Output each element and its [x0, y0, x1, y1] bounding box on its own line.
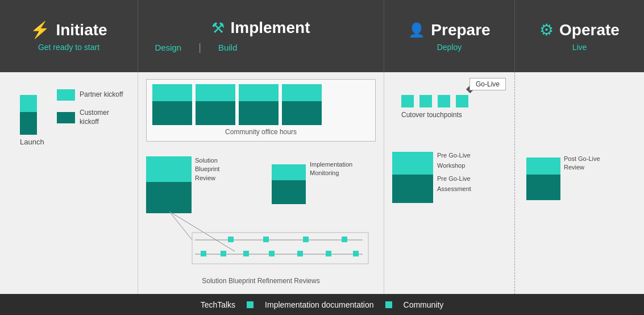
prepare-title: Prepare	[431, 21, 490, 39]
bottom-square-2	[385, 301, 392, 308]
bottom-bar-arrow	[633, 294, 644, 314]
cutover-sq-1	[401, 95, 414, 107]
svg-rect-11	[269, 251, 275, 256]
legend-partner-kickoff: Partner kickoff	[57, 89, 123, 101]
launch-label: Launch	[20, 138, 44, 146]
bottom-techtalks: TechTalks	[201, 300, 235, 309]
svg-rect-6	[342, 237, 347, 242]
initiate-title: Initiate	[56, 21, 107, 39]
svg-rect-8	[201, 251, 206, 256]
legend-partner-label: Partner kickoff	[80, 90, 123, 100]
initiate-icon: ⚡	[30, 20, 50, 39]
pre-golive-assessment-label: Pre Go-LiveAssessment	[437, 174, 471, 194]
pre-golive-labels: Pre Go-LiveWorkshop Pre Go-LiveAssessmen…	[437, 151, 471, 194]
impl-monitor-block	[272, 164, 306, 204]
launch-bar	[20, 95, 44, 135]
svg-rect-10	[243, 251, 249, 256]
svg-rect-5	[303, 237, 309, 242]
phase-initiate-header: ⚡ Initiate Get ready to start	[0, 0, 138, 72]
cutover-label: Cutover touchpoints	[401, 111, 468, 119]
legend-customer-kickoff: Customerkickoff	[57, 109, 123, 126]
svg-rect-9	[221, 251, 226, 256]
main-content: Launch Partner kickoff Customerkickoff	[0, 72, 644, 294]
implement-title: Implement	[230, 19, 310, 37]
svg-rect-14	[353, 251, 359, 256]
office-hours-label: Community office hours	[147, 125, 375, 136]
office-hour-2	[196, 84, 235, 125]
implement-subtab-design[interactable]: Design	[138, 43, 199, 52]
initiate-subtitle: Get ready to start	[38, 43, 99, 52]
bottom-bar-content: TechTalks Implementation documentation C…	[201, 300, 444, 309]
sbr-label: SolutionBlueprintReview	[195, 156, 240, 183]
office-hour-4	[282, 84, 322, 125]
launch-section: Launch	[20, 95, 44, 146]
svg-line-1	[169, 212, 235, 251]
phase-headers: ⚡ Initiate Get ready to start ⚒ Implemen…	[0, 0, 644, 72]
bottom-square-1	[247, 301, 254, 308]
implement-subtab-build[interactable]: Build	[201, 43, 254, 52]
cutover-sq-4	[456, 95, 468, 107]
implement-content: Community office hours SolutionBlueprint…	[138, 72, 384, 294]
operate-icon: ⚙	[539, 20, 554, 39]
refinement-label: Solution Blueprint Refinement Reviews	[146, 277, 376, 285]
office-hour-3	[239, 84, 279, 125]
golive-label: Go-Live	[476, 80, 500, 88]
post-golive-block	[526, 158, 560, 200]
operate-title: Operate	[559, 21, 620, 39]
svg-rect-12	[297, 251, 303, 256]
launch-bar-teal	[20, 95, 37, 112]
operate-subtitle: Live	[572, 43, 587, 52]
bottom-bar: TechTalks Implementation documentation C…	[0, 294, 644, 315]
legend-dark-box	[57, 112, 75, 123]
pre-golive-block	[392, 152, 433, 203]
impl-monitor-label: ImplementationMonitoring	[310, 160, 361, 178]
golive-callout: Go-Live	[470, 78, 506, 90]
initiate-content: Launch Partner kickoff Customerkickoff	[0, 72, 138, 294]
bottom-community: Community	[404, 300, 444, 309]
phase-prepare-header: 👤 Prepare Deploy	[384, 0, 515, 72]
svg-rect-4	[263, 237, 269, 242]
cutover-sq-2	[419, 95, 432, 107]
refinement-svg	[138, 209, 384, 288]
office-hours-blocks	[147, 80, 375, 125]
svg-rect-13	[326, 251, 331, 256]
legend-customer-label: Customerkickoff	[80, 109, 109, 126]
prepare-content: Go-Live Cutover touchpoints Pre Go-LiveW…	[384, 72, 515, 294]
bottom-impl-doc: Implementation documentation	[265, 300, 373, 309]
legend: Partner kickoff Customerkickoff	[57, 89, 123, 134]
prepare-subtitle: Deploy	[437, 43, 462, 52]
sbr-block	[146, 156, 192, 213]
cutover-section: Cutover touchpoints	[401, 95, 468, 119]
legend-teal-box	[57, 89, 75, 101]
svg-rect-3	[228, 237, 234, 242]
prepare-icon: 👤	[408, 22, 425, 38]
svg-rect-15	[192, 233, 368, 264]
phase-operate-header: ⚙ Operate Live	[515, 0, 644, 72]
launch-bar-dark	[20, 112, 37, 135]
office-hour-1	[152, 84, 192, 125]
svg-line-0	[169, 212, 192, 240]
operate-content: Post Go-LiveReview	[515, 72, 644, 294]
cutover-sq-3	[438, 95, 450, 107]
cutover-row	[401, 95, 468, 107]
pre-golive-workshop-label: Pre Go-LiveWorkshop	[437, 151, 471, 171]
post-golive-label: Post Go-LiveReview	[564, 155, 600, 172]
phase-implement-header: ⚒ Implement Design | Build	[138, 0, 384, 72]
office-hours-box: Community office hours	[146, 79, 376, 142]
implement-icon: ⚒	[211, 19, 225, 37]
